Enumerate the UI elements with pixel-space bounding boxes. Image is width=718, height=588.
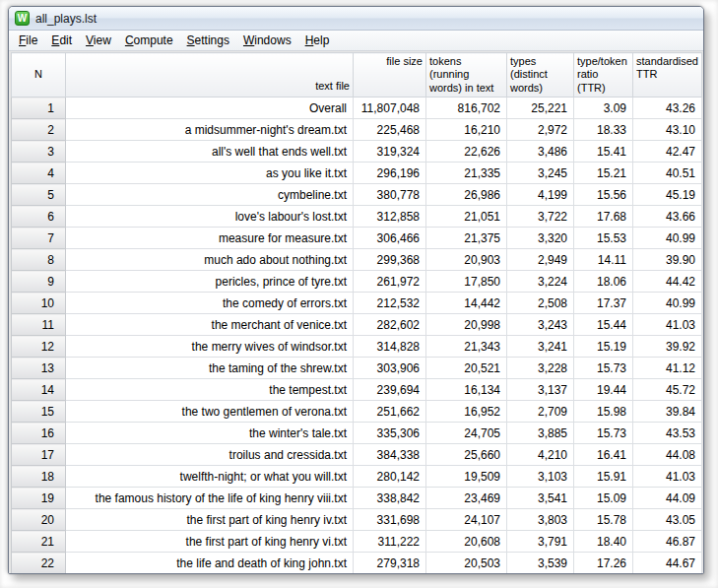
row-number-cell[interactable]: 18 <box>12 466 66 488</box>
menu-item-edit[interactable]: Edit <box>44 32 79 50</box>
data-cell[interactable]: 14.11 <box>574 249 633 271</box>
col-header-n[interactable]: N <box>12 53 66 98</box>
data-cell[interactable]: love's labour's lost.txt <box>66 206 354 228</box>
data-cell[interactable]: 17,850 <box>426 271 507 293</box>
data-cell[interactable]: as you like it.txt <box>66 163 354 184</box>
col-header-tokens[interactable]: tokens (running words) in text <box>426 53 507 98</box>
row-number-cell[interactable]: 20 <box>12 509 66 531</box>
data-cell[interactable]: 19.44 <box>574 379 633 401</box>
data-cell[interactable]: 43.66 <box>633 206 702 228</box>
data-cell[interactable]: 15.09 <box>574 488 633 509</box>
data-cell[interactable]: the taming of the shrew.txt <box>66 358 354 379</box>
data-cell[interactable]: the life and death of king john.txt <box>66 553 354 573</box>
row-number-cell[interactable]: 10 <box>12 293 66 314</box>
data-cell[interactable]: 21,343 <box>426 336 507 358</box>
row-number-cell[interactable]: 9 <box>12 271 66 293</box>
table-row[interactable]: 16the winter's tale.txt335,30624,7053,88… <box>12 423 702 444</box>
table-row[interactable]: 18twelfth-night; or what you will.txt280… <box>12 466 702 488</box>
data-cell[interactable]: 45.72 <box>633 379 702 401</box>
data-cell[interactable]: 306,466 <box>354 228 426 249</box>
data-cell[interactable]: 17.26 <box>574 553 633 573</box>
data-cell[interactable]: 4,199 <box>507 184 574 206</box>
data-cell[interactable]: 39.92 <box>633 336 702 358</box>
data-cell[interactable]: 44.09 <box>633 488 702 509</box>
wordsmith-app-icon[interactable]: W <box>15 11 30 26</box>
data-cell[interactable]: 15.56 <box>574 184 633 206</box>
data-cell[interactable]: 319,324 <box>354 141 426 163</box>
data-cell[interactable]: 40.99 <box>633 228 702 249</box>
data-cell[interactable]: 3,243 <box>507 314 574 336</box>
data-cell[interactable]: 331,698 <box>354 509 426 531</box>
data-cell[interactable]: 239,694 <box>354 379 426 401</box>
data-cell[interactable]: 299,368 <box>354 249 426 271</box>
table-row[interactable]: 8much ado about nothing.txt299,36820,903… <box>12 249 702 271</box>
data-cell[interactable]: 816,702 <box>426 98 507 119</box>
data-cell[interactable]: 280,142 <box>354 466 426 488</box>
data-cell[interactable]: 2,709 <box>507 401 574 423</box>
data-cell[interactable]: 16.41 <box>574 444 633 466</box>
menu-item-file[interactable]: File <box>12 32 44 50</box>
data-cell[interactable]: 16,210 <box>426 119 507 141</box>
menu-item-windows[interactable]: Windows <box>236 32 298 50</box>
menu-item-view[interactable]: View <box>79 32 118 50</box>
table-row[interactable]: 9pericles, prince of tyre.txt261,97217,8… <box>12 271 702 293</box>
data-cell[interactable]: 20,608 <box>426 531 507 553</box>
data-cell[interactable]: 261,972 <box>354 271 426 293</box>
data-cell[interactable]: 24,107 <box>426 509 507 531</box>
table-row[interactable]: 7measure for measure.txt306,46621,3753,3… <box>12 228 702 249</box>
data-cell[interactable]: 2,949 <box>507 249 574 271</box>
row-number-cell[interactable]: 14 <box>12 379 66 401</box>
table-row[interactable]: 4as you like it.txt296,19621,3353,24515.… <box>12 163 702 184</box>
row-number-cell[interactable]: 7 <box>12 228 66 249</box>
data-cell[interactable]: 43.26 <box>633 98 702 119</box>
data-cell[interactable]: 40.99 <box>633 293 702 314</box>
row-number-cell[interactable]: 19 <box>12 488 66 509</box>
data-cell[interactable]: 3,241 <box>507 336 574 358</box>
data-cell[interactable]: 22,626 <box>426 141 507 163</box>
data-cell[interactable]: 3,791 <box>507 531 574 553</box>
data-cell[interactable]: 3.09 <box>574 98 633 119</box>
data-cell[interactable]: 20,503 <box>426 553 507 573</box>
table-row[interactable]: 6love's labour's lost.txt312,85821,0513,… <box>12 206 702 228</box>
table-row[interactable]: 14the tempest.txt239,69416,1343,13719.44… <box>12 379 702 401</box>
data-cell[interactable]: 3,539 <box>507 553 574 573</box>
table-row[interactable]: 13the taming of the shrew.txt303,90620,5… <box>12 358 702 379</box>
data-cell[interactable]: 26,986 <box>426 184 507 206</box>
data-cell[interactable]: 4,210 <box>507 444 574 466</box>
data-cell[interactable]: 15.41 <box>574 141 633 163</box>
data-cell[interactable]: the comedy of errors.txt <box>66 293 354 314</box>
data-cell[interactable]: 3,885 <box>507 423 574 444</box>
data-cell[interactable]: 11,807,048 <box>354 98 426 119</box>
row-number-cell[interactable]: 22 <box>12 553 66 573</box>
row-number-cell[interactable]: 4 <box>12 163 66 184</box>
data-cell[interactable]: 46.87 <box>633 531 702 553</box>
row-number-cell[interactable]: 5 <box>12 184 66 206</box>
data-cell[interactable]: the winter's tale.txt <box>66 423 354 444</box>
data-cell[interactable]: 384,338 <box>354 444 426 466</box>
data-cell[interactable]: 43.05 <box>633 509 702 531</box>
data-cell[interactable]: 25,221 <box>507 98 574 119</box>
table-row[interactable]: 3all's well that ends well.txt319,32422,… <box>12 141 702 163</box>
data-cell[interactable]: 15.78 <box>574 509 633 531</box>
table-row[interactable]: 10the comedy of errors.txt212,53214,4422… <box>12 293 702 314</box>
menu-item-help[interactable]: Help <box>298 32 337 50</box>
col-header-file-size[interactable]: file size <box>354 53 426 98</box>
data-cell[interactable]: 20,521 <box>426 358 507 379</box>
row-number-cell[interactable]: 1 <box>12 98 66 119</box>
data-cell[interactable]: 15.98 <box>574 401 633 423</box>
data-cell[interactable]: 39.90 <box>633 249 702 271</box>
data-cell[interactable]: all's well that ends well.txt <box>66 141 354 163</box>
data-cell[interactable]: the first part of king henry iv.txt <box>66 509 354 531</box>
data-cell[interactable]: 3,541 <box>507 488 574 509</box>
data-cell[interactable]: 41.12 <box>633 358 702 379</box>
data-cell[interactable]: 43.10 <box>633 119 702 141</box>
data-cell[interactable]: 20,998 <box>426 314 507 336</box>
data-cell[interactable]: 3,228 <box>507 358 574 379</box>
data-cell[interactable]: 3,486 <box>507 141 574 163</box>
data-cell[interactable]: 44.42 <box>633 271 702 293</box>
col-header-types[interactable]: types (distinct words) <box>507 53 574 98</box>
data-cell[interactable]: 311,222 <box>354 531 426 553</box>
data-cell[interactable]: 2,972 <box>507 119 574 141</box>
data-cell[interactable]: troilus and cressida.txt <box>66 444 354 466</box>
data-cell[interactable]: 15.53 <box>574 228 633 249</box>
